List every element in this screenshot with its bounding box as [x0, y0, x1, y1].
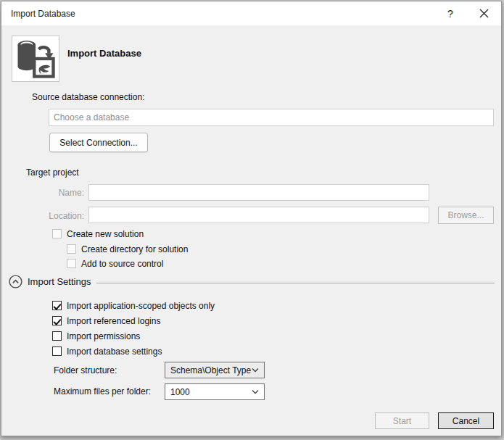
start-button[interactable]: Start: [375, 412, 429, 429]
import-settings-label: Import Settings: [28, 276, 91, 287]
folder-structure-label: Folder structure:: [54, 365, 117, 375]
checkbox-box: [52, 229, 62, 238]
chevron-down-icon: [252, 368, 259, 373]
max-files-label: Maximum files per folder:: [54, 386, 151, 397]
checkbox-import-permissions[interactable]: Import permissions: [52, 331, 140, 341]
checkbox-import-database-settings[interactable]: Import database settings: [52, 346, 162, 357]
section-divider: [96, 283, 495, 283]
source-connection-label: Source database connection:: [32, 92, 144, 102]
checkbox-create-directory-for-solution[interactable]: Create directory for solution: [67, 244, 188, 254]
checkbox-label: Import referenced logins: [67, 316, 160, 326]
select-connection-button[interactable]: Select Connection...: [49, 133, 148, 152]
checkbox-box: [52, 316, 62, 325]
checkbox-label: Create directory for solution: [81, 244, 188, 254]
checkbox-label: Create new solution: [67, 229, 144, 239]
close-icon: [479, 9, 489, 18]
close-button[interactable]: [471, 1, 496, 25]
import-settings-expander[interactable]: Import Settings: [9, 275, 91, 289]
checkbox-create-new-solution[interactable]: Create new solution: [52, 228, 144, 239]
import-database-dialog: Import Database ? Import Database Source…: [1, 1, 502, 436]
checkbox-box: [52, 301, 62, 310]
checkbox-label: Import permissions: [67, 331, 140, 341]
dialog-icon-box: [12, 36, 59, 82]
checkbox-label: Add to source control: [81, 259, 163, 269]
checkbox-box: [67, 259, 76, 268]
checkbox-import-application-scoped-objects-only[interactable]: Import application-scoped objects only: [52, 300, 215, 311]
combobox-value: 1000: [170, 387, 190, 397]
cancel-button[interactable]: Cancel: [438, 412, 494, 429]
page-title: Import Database: [67, 48, 141, 59]
screen: { "window": { "title": "Import Database"…: [0, 0, 504, 440]
source-database-input[interactable]: [49, 109, 494, 126]
target-project-label: Target project: [26, 167, 79, 178]
checkbox-box: [67, 244, 76, 254]
help-icon: ?: [447, 8, 453, 20]
dropdown-value: Schema\Object Type: [170, 365, 251, 375]
browse-button[interactable]: Browse...: [438, 207, 494, 224]
name-label: Name:: [30, 188, 84, 198]
checkbox-box: [52, 346, 62, 356]
checkbox-label: Import database settings: [67, 346, 162, 357]
title-bar: Import Database ?: [1, 1, 501, 25]
window-title: Import Database: [11, 9, 75, 19]
chevron-down-icon: [252, 389, 259, 394]
checkbox-import-referenced-logins[interactable]: Import referenced logins: [52, 315, 160, 326]
import-database-icon: [15, 38, 57, 79]
checkbox-box: [52, 331, 62, 341]
project-location-input[interactable]: [88, 207, 429, 223]
help-button[interactable]: ?: [438, 1, 463, 25]
checkbox-add-to-source-control[interactable]: Add to source control: [67, 258, 163, 269]
max-files-combobox[interactable]: 1000: [165, 383, 265, 400]
checkbox-label: Import application-scoped objects only: [67, 301, 215, 311]
project-name-input[interactable]: [88, 184, 429, 201]
folder-structure-dropdown[interactable]: Schema\Object Type: [165, 362, 265, 378]
location-label: Location:: [30, 211, 84, 221]
chevron-up-circle-icon: [9, 275, 22, 289]
